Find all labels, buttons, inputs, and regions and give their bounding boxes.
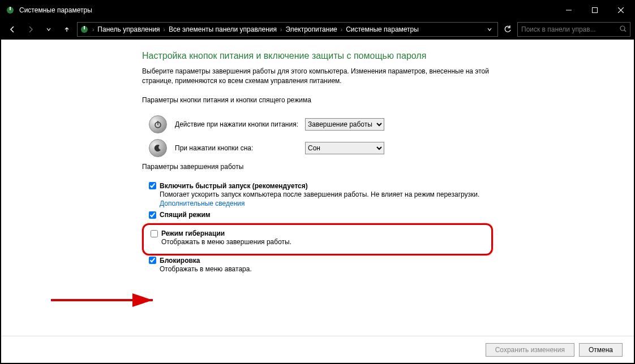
sleep-mode-checkbox[interactable]: [149, 211, 156, 219]
hibernate-highlight: Режим гибернации Отображать в меню завер…: [142, 223, 493, 255]
breadcrumb[interactable]: › Панель управления › Все элементы панел…: [77, 22, 498, 37]
svg-point-8: [620, 26, 625, 31]
footer: Сохранить изменения Отмена: [1, 336, 634, 363]
svg-rect-7: [84, 26, 85, 29]
lock-checkbox-row[interactable]: Блокировка: [149, 257, 493, 265]
breadcrumb-item[interactable]: Все элементы панели управления: [166, 25, 279, 33]
sleep-icon: [149, 139, 167, 157]
hibernate-checkbox-row[interactable]: Режим гибернации: [151, 229, 487, 237]
sleep-mode-block: Спящий режим Отображать в меню завершени…: [142, 211, 493, 221]
fast-startup-desc: Помогает ускорить запуск компьютера посл…: [149, 190, 493, 209]
annotation-arrow: [51, 292, 164, 309]
window-title: Системные параметры: [19, 6, 556, 14]
titlebar: Системные параметры: [1, 1, 634, 19]
navbar: › Панель управления › Все элементы панел…: [1, 19, 634, 40]
forward-button[interactable]: [23, 21, 38, 37]
fast-startup-checkbox-row[interactable]: Включить быстрый запуск (рекомендуется): [149, 182, 493, 190]
breadcrumb-icon: [80, 25, 89, 34]
recent-dropdown[interactable]: [41, 21, 57, 37]
more-info-link[interactable]: Дополнительные сведения: [160, 200, 244, 207]
search-box[interactable]: [517, 22, 630, 37]
content-area: Настройка кнопок питания и включение защ…: [1, 40, 634, 336]
search-icon: [620, 25, 627, 34]
breadcrumb-item[interactable]: Панель управления: [95, 25, 162, 33]
chevron-right-icon: ›: [164, 27, 165, 33]
lock-checkbox[interactable]: [149, 257, 156, 264]
maximize-button[interactable]: [582, 1, 608, 19]
power-button-select[interactable]: Завершение работы: [305, 118, 384, 131]
chevron-right-icon: ›: [92, 27, 94, 33]
fast-startup-block: Включить быстрый запуск (рекомендуется) …: [142, 182, 493, 209]
sleep-button-row: При нажатии кнопки сна: Сон: [142, 139, 493, 157]
close-button[interactable]: [608, 1, 634, 19]
hibernate-checkbox[interactable]: [151, 230, 158, 237]
app-icon: [6, 6, 15, 15]
page-description: Выберите параметры завершения работы для…: [142, 67, 493, 86]
lock-block: Блокировка Отображать в меню аватара.: [142, 257, 493, 274]
save-button[interactable]: Сохранить изменения: [486, 343, 574, 357]
power-button-label: Действие при нажатии кнопки питания:: [175, 120, 305, 128]
power-button-row: Действие при нажатии кнопки питания: Зав…: [142, 115, 493, 133]
hibernate-label: Режим гибернации: [161, 229, 225, 237]
svg-rect-1: [10, 7, 11, 10]
sleep-button-label: При нажатии кнопки сна:: [175, 144, 305, 152]
fast-startup-label: Включить быстрый запуск (рекомендуется): [160, 182, 308, 190]
page-title: Настройка кнопок питания и включение защ…: [142, 51, 493, 61]
hibernate-desc: Отображать в меню завершения работы.: [151, 237, 487, 247]
lock-label: Блокировка: [160, 257, 200, 265]
section-header-buttons: Параметры кнопки питания и кнопки спящег…: [142, 96, 493, 104]
window: Системные параметры › Панель управления …: [0, 0, 635, 364]
breadcrumb-item[interactable]: Электропитание: [283, 25, 339, 33]
svg-rect-3: [593, 8, 598, 13]
sleep-button-select[interactable]: Сон: [305, 142, 384, 154]
breadcrumb-history-dropdown[interactable]: [484, 24, 495, 35]
back-button[interactable]: [5, 21, 20, 37]
breadcrumb-item[interactable]: Системные параметры: [344, 25, 421, 33]
up-button[interactable]: [59, 21, 75, 37]
fast-startup-checkbox[interactable]: [149, 182, 156, 189]
chevron-right-icon: ›: [341, 27, 342, 33]
hibernate-block: Режим гибернации Отображать в меню завер…: [151, 229, 487, 247]
search-input[interactable]: [521, 25, 620, 33]
cancel-button[interactable]: Отмена: [579, 343, 623, 357]
refresh-button[interactable]: [500, 22, 515, 37]
section-header-shutdown: Параметры завершения работы: [142, 163, 493, 171]
sleep-mode-label: Спящий режим: [160, 211, 211, 219]
lock-desc: Отображать в меню аватара.: [149, 265, 493, 274]
chevron-right-icon: ›: [280, 27, 282, 33]
minimize-button[interactable]: [556, 1, 582, 19]
power-icon: [149, 115, 167, 133]
svg-line-9: [624, 30, 626, 32]
sleep-mode-checkbox-row[interactable]: Спящий режим: [149, 211, 493, 219]
